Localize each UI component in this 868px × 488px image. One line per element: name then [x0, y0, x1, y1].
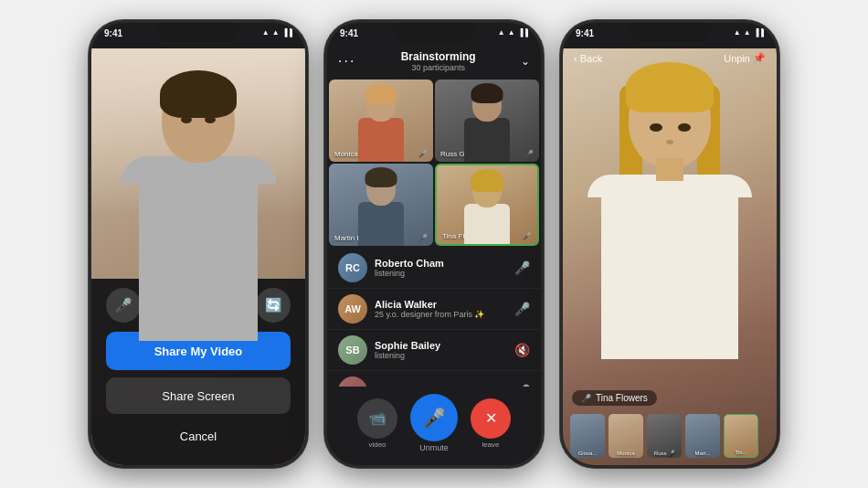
side-button-left-2 [324, 122, 326, 156]
speaker-name: Tina Flowers [596, 393, 648, 403]
name-sophie: Sophie Bailey [375, 340, 507, 351]
notch [629, 23, 711, 43]
video-cell-monica: Monica Bates 🎤 [329, 80, 433, 162]
main-video-background: 🎤 Tina Flowers Giova... Monica Russ 🎤 [563, 48, 777, 465]
call-controls: 📹 video 🎤 Unmute ✕ leave [327, 387, 541, 465]
action-alicia[interactable]: 🎤 [514, 302, 530, 316]
side-button-left-3 [560, 162, 562, 196]
thumb-russ[interactable]: Russ 🎤 [647, 414, 682, 458]
video-cell-russ: Russ Goodrich 🎤 [435, 80, 539, 162]
status-icons: ▲ ▲ ▐▐ [734, 28, 764, 37]
side-button-left-2 [560, 122, 562, 156]
side-button-left-2 [89, 122, 90, 156]
side-button-right [778, 105, 779, 151]
action-sophie[interactable]: 🔇 [514, 343, 530, 357]
battery-icon: ▐▐ [518, 28, 528, 37]
control-button-row: 📹 video 🎤 Unmute ✕ leave [357, 394, 511, 452]
side-button-left-3 [89, 162, 90, 196]
flip-camera-button[interactable]: 🔄 [256, 288, 291, 323]
mic-icon-tina: 🎤 [523, 232, 532, 240]
action-roberto[interactable]: 🎤 [514, 260, 530, 275]
chevron-down-icon[interactable]: ⌄ [521, 55, 530, 68]
thumb-giovanni[interactable]: Giova... [570, 414, 605, 458]
notch [157, 23, 239, 43]
status-sophie: listening [375, 351, 507, 360]
phone2-content: ··· Brainstorming 30 participants ⌄ Moni… [327, 48, 541, 465]
main-pinned-video: 🎤 Tina Flowers Giova... Monica Russ 🎤 [563, 48, 777, 465]
more-options-button[interactable]: ··· [338, 53, 355, 69]
pin-icon: 📌 [753, 52, 766, 64]
mic-icon-russ: 🎤 [524, 150, 534, 158]
video-cell-martin: Martin Hensley 🎤 [329, 164, 433, 246]
status-time: 9:41 [340, 28, 358, 38]
camera-view: 🎤 🔄 Share My Video Share Screen Cancel [91, 48, 305, 465]
participant-count: 30 participants [401, 63, 476, 72]
mute-button[interactable]: 🎤 [106, 288, 141, 323]
status-alicia: 25 y.o. designer from Paris ✨ [375, 310, 507, 319]
status-time: 9:41 [576, 28, 594, 38]
video-grid: Monica Bates 🎤 Russ Goodrich 🎤 Martin He… [329, 80, 539, 246]
signal-icon: ▲ [498, 28, 505, 37]
status-time: 9:41 [104, 28, 122, 38]
phone-2: 9:41 ▲ ▲ ▐▐ ··· Brainstorming 30 partici… [324, 20, 544, 468]
unpin-label: Unpin [724, 53, 750, 64]
video-cell-tina: Tina Flowers 🎤 [435, 164, 539, 246]
info-roberto: Roberto Cham listening [375, 258, 507, 278]
participant-item-mike[interactable]: ML Mike Lipsey 🎤 [327, 371, 541, 387]
thumb-tina[interactable]: Tin... [724, 414, 758, 458]
avatar-mike: ML [338, 377, 367, 387]
mute-toggle-button[interactable]: 🎤 [410, 394, 458, 441]
status-icons: ▲ ▲ ▐▐ [262, 28, 292, 37]
phone-1: 9:41 ▲ ▲ ▐▐ 🎤 🔄 Share My [89, 20, 308, 468]
side-button-left-1 [324, 87, 326, 112]
status-icons: ▲ ▲ ▐▐ [498, 28, 528, 37]
call-header: ··· Brainstorming 30 participants ⌄ [327, 48, 541, 78]
call-title-area: Brainstorming 30 participants [401, 50, 476, 72]
phone-3: 9:41 ▲ ▲ ▐▐ ‹ Back Unpin 📌 [560, 20, 779, 468]
participant-item-alicia[interactable]: AW Alicia Walker 25 y.o. designer from P… [327, 289, 541, 330]
thumb-martin[interactable]: Mart... [685, 414, 720, 458]
unpin-button[interactable]: Unpin 📌 [724, 52, 766, 64]
wifi-icon: ▲ [272, 28, 280, 37]
speaker-name-badge: 🎤 Tina Flowers [572, 390, 657, 406]
side-button-left-1 [89, 87, 90, 112]
back-button[interactable]: ‹ Back [574, 53, 602, 64]
leave-call-button[interactable]: ✕ [471, 398, 511, 439]
signal-icon: ▲ [262, 28, 270, 37]
participant-item-sophie[interactable]: SB Sophie Bailey listening 🔇 [327, 330, 541, 371]
pinned-video-header: ‹ Back Unpin 📌 [563, 48, 777, 69]
mic-icon-martin: 🎤 [418, 234, 428, 242]
participant-thumbnail-strip: Giova... Monica Russ 🎤 Mart... Tin... [563, 414, 777, 458]
name-roberto: Roberto Cham [375, 258, 507, 269]
cancel-button[interactable]: Cancel [106, 419, 291, 452]
avatar-alicia: AW [338, 294, 367, 324]
info-alicia: Alicia Walker 25 y.o. designer from Pari… [375, 299, 507, 319]
side-button-left-3 [324, 162, 326, 196]
share-screen-button[interactable]: Share Screen [106, 377, 291, 414]
unmute-label: Unmute [419, 443, 449, 452]
mic-icon-badge: 🎤 [581, 394, 591, 403]
mic-icon-monica: 🎤 [418, 150, 428, 158]
participant-item-roberto[interactable]: RC Roberto Cham listening 🎤 [327, 248, 541, 289]
wifi-icon: ▲ [508, 28, 515, 37]
side-button-left-1 [560, 87, 562, 112]
thumb-monica[interactable]: Monica [609, 414, 643, 458]
participant-list: RC Roberto Cham listening 🎤 AW Alicia Wa… [327, 248, 541, 387]
status-roberto: listening [375, 269, 507, 278]
battery-icon: ▐▐ [754, 28, 764, 37]
signal-icon: ▲ [734, 28, 741, 37]
name-alicia: Alicia Walker [375, 299, 507, 310]
phone3-content: ‹ Back Unpin 📌 [563, 48, 777, 465]
avatar-sophie: SB [338, 335, 367, 365]
chevron-left-icon: ‹ [574, 53, 577, 64]
side-button-right [542, 105, 544, 151]
notch [393, 23, 475, 43]
wifi-icon: ▲ [744, 28, 751, 37]
video-toggle-button[interactable]: 📹 [357, 398, 397, 439]
call-title: Brainstorming [401, 50, 476, 63]
info-sophie: Sophie Bailey listening [375, 340, 507, 360]
side-button-right [306, 105, 308, 151]
avatar-roberto: RC [338, 253, 367, 282]
back-label: Back [580, 53, 602, 64]
battery-icon: ▐▐ [282, 28, 292, 37]
